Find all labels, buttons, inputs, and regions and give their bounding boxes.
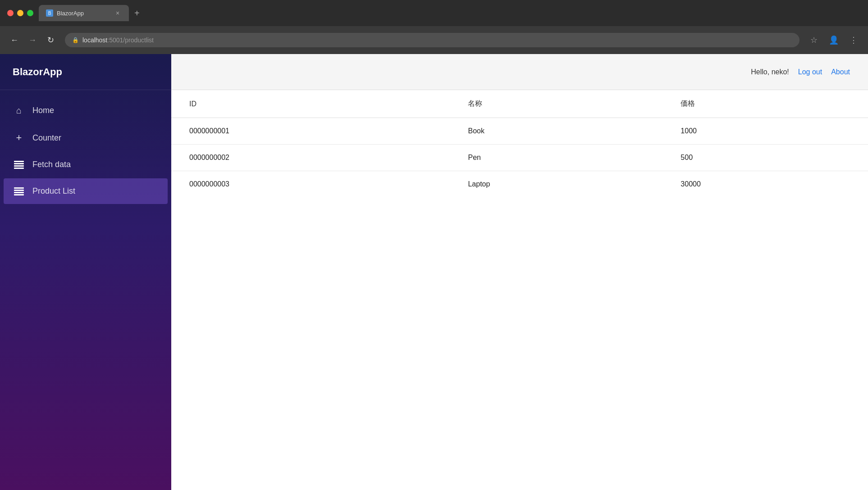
back-button[interactable]: ← (7, 33, 22, 47)
tab-bar: B BlazorApp × + (39, 5, 861, 21)
topbar: Hello, neko! Log out About (171, 54, 868, 90)
cell-price: 1000 (662, 118, 868, 145)
app-layout: BlazorApp ⌂ Home + Counter F (0, 54, 868, 490)
tab-favicon: B (46, 9, 53, 17)
svg-rect-4 (14, 187, 24, 189)
sidebar-brand: BlazorApp (0, 54, 171, 90)
cell-name: Laptop (450, 171, 662, 198)
svg-rect-3 (14, 168, 24, 169)
column-id: ID (171, 90, 450, 118)
cell-price: 500 (662, 145, 868, 171)
sidebar-item-counter[interactable]: + Counter (0, 124, 171, 152)
sidebar: BlazorApp ⌂ Home + Counter F (0, 54, 171, 490)
svg-rect-7 (14, 194, 24, 195)
svg-rect-2 (14, 165, 24, 167)
sidebar-item-product-list-label: Product List (32, 186, 75, 196)
active-tab[interactable]: B BlazorApp × (39, 5, 129, 21)
table-body: 0000000001 Book 1000 0000000002 Pen 500 … (171, 118, 868, 198)
table-header-row: ID 名称 価格 (171, 90, 868, 118)
bookmark-button[interactable]: ☆ (807, 33, 821, 47)
table-row: 0000000002 Pen 500 (171, 145, 868, 171)
lock-icon: 🔒 (72, 37, 79, 43)
cell-id: 0000000001 (171, 118, 450, 145)
tab-close-button[interactable]: × (114, 9, 122, 17)
sidebar-item-product-list[interactable]: Product List (4, 178, 168, 204)
tab-title: BlazorApp (57, 10, 84, 17)
new-tab-button[interactable]: + (131, 6, 143, 20)
svg-rect-0 (14, 161, 24, 162)
column-price: 価格 (662, 90, 868, 118)
product-list-icon (13, 187, 25, 195)
svg-rect-1 (14, 163, 24, 164)
address-text: localhost:5001/productlist (82, 36, 154, 44)
sidebar-item-home[interactable]: ⌂ Home (0, 97, 171, 124)
svg-rect-6 (14, 192, 24, 193)
menu-button[interactable]: ⋮ (846, 33, 861, 47)
content-area: ID 名称 価格 0000000001 Book 1000 0000000002… (171, 90, 868, 490)
nav-buttons: ← → ↻ (7, 33, 58, 47)
sidebar-item-fetch-data[interactable]: Fetch data (0, 152, 171, 177)
cell-name: Pen (450, 145, 662, 171)
maximize-traffic-light[interactable] (27, 10, 33, 16)
column-name: 名称 (450, 90, 662, 118)
forward-button[interactable]: → (25, 33, 40, 47)
cell-id: 0000000003 (171, 171, 450, 198)
sidebar-item-counter-label: Counter (32, 133, 61, 143)
sidebar-nav: ⌂ Home + Counter Fetch data (0, 90, 171, 490)
address-bar[interactable]: 🔒 localhost:5001/productlist (65, 33, 799, 47)
about-link[interactable]: About (831, 68, 850, 76)
browser-addressbar: ← → ↻ 🔒 localhost:5001/productlist ☆ 👤 ⋮ (0, 26, 868, 54)
topbar-greeting: Hello, neko! (751, 68, 789, 76)
counter-icon: + (13, 132, 25, 144)
close-traffic-light[interactable] (7, 10, 14, 16)
product-table: ID 名称 価格 0000000001 Book 1000 0000000002… (171, 90, 868, 197)
refresh-button[interactable]: ↻ (43, 33, 58, 47)
browser-titlebar: B BlazorApp × + (0, 0, 868, 26)
sidebar-item-home-label: Home (32, 106, 54, 115)
cell-id: 0000000002 (171, 145, 450, 171)
table-row: 0000000003 Laptop 30000 (171, 171, 868, 198)
cell-name: Book (450, 118, 662, 145)
main-content: Hello, neko! Log out About ID 名称 価格 0000… (171, 54, 868, 490)
minimize-traffic-light[interactable] (17, 10, 23, 16)
table-row: 0000000001 Book 1000 (171, 118, 868, 145)
profile-button[interactable]: 👤 (827, 33, 841, 47)
browser-chrome: B BlazorApp × + ← → ↻ 🔒 localhost:5001/p… (0, 0, 868, 54)
home-icon: ⌂ (13, 105, 25, 116)
traffic-lights (7, 10, 33, 16)
cell-price: 30000 (662, 171, 868, 198)
fetch-data-icon (13, 161, 25, 169)
browser-actions: ☆ 👤 ⋮ (807, 33, 861, 47)
svg-rect-5 (14, 190, 24, 191)
table-header: ID 名称 価格 (171, 90, 868, 118)
sidebar-item-fetch-data-label: Fetch data (32, 160, 71, 169)
logout-link[interactable]: Log out (798, 68, 822, 76)
